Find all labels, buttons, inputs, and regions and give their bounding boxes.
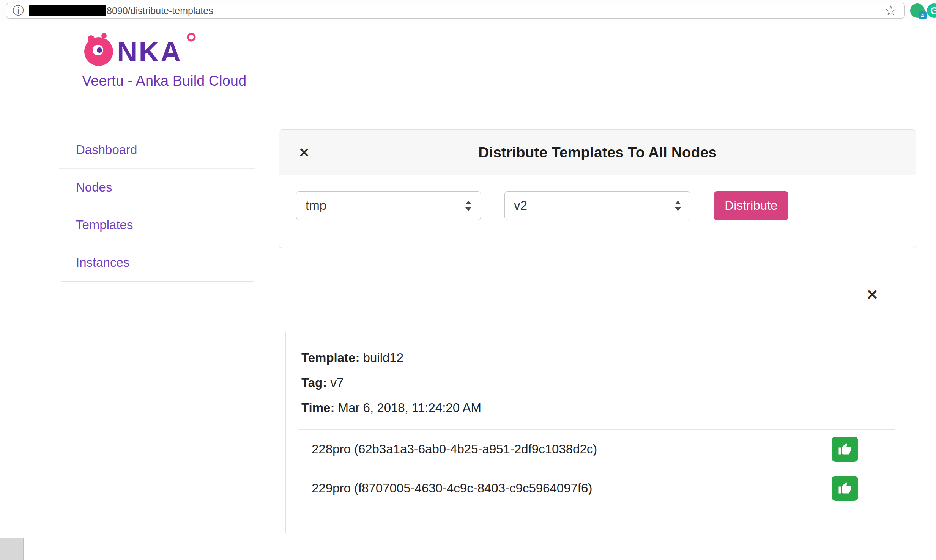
extension-icon[interactable]: 4 [910, 3, 925, 18]
tag-select[interactable]: v2 [504, 191, 690, 220]
logo-text: NKA [117, 36, 182, 68]
node-row: 229pro (f8707005-4630-4c9c-8403-c9c59640… [299, 469, 895, 508]
anka-logo: NKA [80, 30, 201, 72]
thumbs-up-icon [838, 442, 852, 456]
distribute-panel-body: tmp v2 Distribute [279, 175, 916, 248]
node-row: 228pro (62b3a1a3-6ab0-4b25-a951-2df9c103… [299, 429, 895, 469]
template-field: Template: build12 [301, 351, 894, 365]
redacted-url-segment [29, 5, 106, 16]
thumbs-up-icon [838, 481, 852, 495]
browser-chrome: ⓘ 8090/distribute-templates ☆ 4 G [0, 0, 936, 21]
logo-antenna-dot [188, 34, 195, 41]
extension-badge: 4 [919, 11, 927, 19]
bookmark-star-icon[interactable]: ☆ [885, 4, 897, 17]
result-close-icon[interactable]: ✕ [866, 288, 878, 302]
address-bar[interactable]: ⓘ 8090/distribute-templates ☆ [6, 3, 905, 19]
sidebar-item-templates[interactable]: Templates [59, 206, 255, 244]
page-info-icon[interactable]: ⓘ [13, 5, 24, 16]
node-list: 228pro (62b3a1a3-6ab0-4b25-a951-2df9c103… [299, 429, 895, 508]
time-field-value: Mar 6, 2018, 11:24:20 AM [338, 401, 481, 415]
distribute-panel-title: Distribute Templates To All Nodes [478, 144, 717, 161]
time-field: Time: Mar 6, 2018, 11:24:20 AM [301, 401, 894, 415]
select-arrows-icon [465, 201, 471, 211]
distribute-button[interactable]: Distribute [714, 191, 788, 220]
time-field-label: Time: [301, 401, 334, 415]
template-field-label: Template: [301, 351, 359, 365]
result-panel: Template: build12 Tag: v7 Time: Mar 6, 2… [285, 330, 909, 535]
tag-field-value: v7 [330, 376, 344, 390]
template-field-value: build12 [363, 351, 403, 365]
node-name: 229pro (f8707005-4630-4c9c-8403-c9c59640… [312, 481, 592, 496]
select-arrows-icon [675, 201, 681, 211]
url-text[interactable]: 8090/distribute-templates [107, 5, 213, 16]
sidebar-item-nodes[interactable]: Nodes [59, 168, 255, 206]
sidebar-nav: Dashboard Nodes Templates Instances [59, 131, 255, 282]
thumbs-up-button[interactable] [832, 476, 858, 501]
node-name: 228pro (62b3a1a3-6ab0-4b25-a951-2df9c103… [312, 442, 597, 456]
page: ⓘ 8090/distribute-templates ☆ 4 G NKA Ve… [0, 0, 936, 560]
brand-subtitle: Veertu - Anka Build Cloud [82, 73, 246, 89]
thumbs-up-button[interactable] [832, 437, 858, 462]
result-fields: Template: build12 Tag: v7 Time: Mar 6, 2… [286, 330, 909, 415]
sidebar-item-dashboard[interactable]: Dashboard [59, 131, 255, 168]
close-icon[interactable]: ✕ [299, 146, 310, 159]
template-select[interactable]: tmp [296, 191, 481, 220]
distribute-panel-header: ✕ Distribute Templates To All Nodes [279, 130, 916, 175]
tag-select-value: v2 [514, 198, 527, 213]
grammarly-icon[interactable]: G [927, 3, 936, 18]
tag-field-label: Tag: [301, 376, 327, 390]
corner-resize-box [0, 538, 24, 560]
template-select-value: tmp [306, 198, 326, 213]
tag-field: Tag: v7 [301, 376, 894, 390]
distribute-panel: ✕ Distribute Templates To All Nodes tmp … [279, 129, 916, 248]
logo-pig-icon [84, 33, 113, 66]
grammarly-letter: G [930, 5, 936, 17]
sidebar-item-instances[interactable]: Instances [59, 244, 255, 281]
